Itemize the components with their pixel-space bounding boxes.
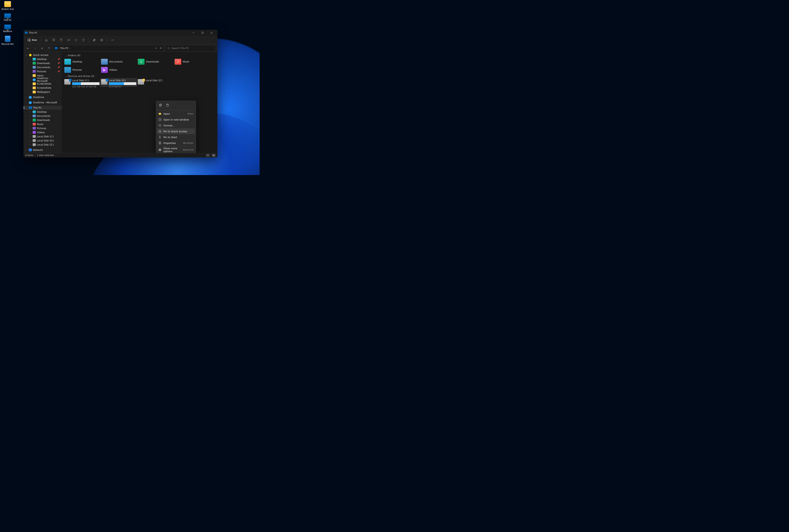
delete-button[interactable] — [80, 37, 87, 43]
chevron-down-icon: ⌄ — [25, 107, 27, 109]
sidebar-item-thispc[interactable]: ›Videos — [24, 130, 62, 134]
sidebar-item-quick-access[interactable]: Screenshots — [24, 86, 62, 90]
addressbar-dropdown[interactable] — [155, 47, 157, 50]
search-input[interactable] — [171, 47, 214, 50]
sidebar-label: Music — [37, 123, 43, 126]
folder-icon — [33, 127, 36, 130]
desktop-icon-this-pc[interactable]: This PC — [1, 14, 15, 21]
sidebar-quick-access[interactable]: ⌄ Quick access — [24, 53, 62, 57]
sidebar-item-quick-access[interactable]: Downloads📌 — [24, 61, 62, 65]
sidebar-item-quick-access[interactable]: Pictures📌 — [24, 69, 62, 74]
paste-button[interactable] — [58, 37, 64, 43]
sidebar-this-pc[interactable]: ⌄ This PC — [24, 106, 62, 110]
folder-label: Downloads — [146, 60, 159, 63]
ctx-item-open[interactable]: OpenEnter — [157, 111, 195, 117]
sidebar-item-thispc[interactable]: ›Music — [24, 122, 62, 126]
ctx-item-pin[interactable]: Pin to Start — [157, 134, 195, 140]
folder-icon — [33, 139, 36, 142]
drive-usage-bar — [72, 82, 99, 85]
folder-item[interactable]: Desktop — [63, 58, 100, 66]
cut-button[interactable] — [43, 37, 49, 43]
refresh-button[interactable]: ⟳ — [160, 47, 162, 50]
close-button[interactable] — [207, 30, 216, 36]
share-button[interactable] — [73, 37, 79, 43]
sidebar-onedrive-microsoft[interactable]: › OneDrive - Microsoft — [24, 100, 62, 104]
drive-item[interactable]: Local Disk (D:)25.4 GB fre — [100, 78, 137, 87]
folder-item[interactable]: Pictures — [63, 66, 100, 74]
drive-icon — [101, 79, 107, 84]
drives-section-header[interactable]: ⌄ Devices and drives (3) — [63, 74, 216, 78]
ctx-shortcut: Enter — [188, 113, 194, 115]
sidebar-label: Desktop — [37, 58, 47, 61]
sidebar-item-thispc[interactable]: ›Local Disk (D:) — [24, 138, 62, 142]
sidebar-label: Local Disk (D:) — [37, 139, 54, 142]
sidebar-item-quick-access[interactable]: Desktop📌 — [24, 57, 62, 61]
ctx-item-props[interactable]: PropertiesAlt+Enter — [157, 140, 195, 146]
searchbox[interactable] — [166, 45, 216, 51]
view-button[interactable] — [99, 37, 105, 43]
folder-icon — [64, 67, 71, 73]
ctx-label: Open — [163, 112, 186, 115]
sidebar-network[interactable]: › Network — [24, 148, 62, 152]
breadcrumb-item[interactable]: This PC — [60, 47, 69, 50]
sort-button[interactable] — [91, 37, 97, 43]
ctx-label: Open in new window — [163, 118, 191, 121]
sidebar-label: Desktop — [37, 111, 47, 113]
pin-icon: 📌 — [57, 70, 60, 73]
folders-section-header[interactable]: ⌄ Folders (6) — [63, 53, 216, 58]
folder-icon — [33, 91, 36, 93]
history-dropdown[interactable] — [39, 45, 45, 51]
sidebar-label: This PC — [33, 107, 42, 109]
sidebar-item-thispc[interactable]: ›Downloads — [24, 118, 62, 122]
ctx-paste-button[interactable] — [165, 102, 170, 108]
forward-button[interactable]: → — [32, 45, 38, 51]
ctx-item-format[interactable]: Format... — [157, 122, 195, 128]
maximize-button[interactable] — [198, 30, 207, 36]
chevron-right-icon: › — [29, 131, 32, 133]
chevron-right-icon: › — [29, 115, 32, 117]
sidebar-item-quick-access[interactable]: OneDrive - Microsoft — [24, 78, 62, 82]
ctx-copy-button[interactable] — [158, 102, 163, 108]
desktop-icon-recycle-bin[interactable]: Recycle Bin — [1, 36, 15, 45]
desktop-icon-user-folder[interactable]: Anduin Xue — [1, 1, 15, 11]
sidebar-item-thispc[interactable]: ›Local Disk (Z:) — [24, 142, 62, 147]
sidebar-item-quick-access[interactable]: Wallpapers — [24, 90, 62, 94]
sidebar-item-quick-access[interactable]: Documents📌 — [24, 65, 62, 69]
copy-button[interactable] — [51, 37, 57, 43]
back-button[interactable]: ← — [25, 45, 31, 51]
ctx-item-star[interactable]: Pin to Quick access — [157, 128, 195, 134]
sidebar-onedrive[interactable]: › OneDrive — [24, 95, 62, 99]
chevron-right-icon: › — [29, 123, 32, 125]
more-button[interactable] — [109, 37, 115, 43]
drive-item[interactable]: Local Disk (C:)225 GB free of 329 GB — [63, 78, 100, 87]
desktop-icon-network[interactable]: Network — [1, 25, 15, 33]
up-button[interactable]: ↑ — [46, 45, 52, 51]
folder-icon — [33, 144, 36, 146]
folder-icon — [33, 58, 36, 61]
sidebar-item-thispc[interactable]: ›Local Disk (C:) — [24, 134, 62, 138]
addressbar[interactable]: › This PC › ⟳ — [53, 45, 163, 51]
sidebar-item-quick-access[interactable]: Screenshots — [24, 82, 62, 86]
details-view-button[interactable] — [206, 154, 210, 157]
folder-item[interactable]: Music — [174, 58, 210, 66]
ctx-item-newwin[interactable]: Open in new window — [157, 117, 195, 122]
folder-icon — [33, 135, 36, 138]
new-button[interactable]: New — [26, 38, 38, 42]
sidebar-label: Quick access — [33, 54, 48, 56]
titlebar[interactable]: This PC — [24, 30, 217, 36]
tiles-view-button[interactable] — [212, 154, 216, 157]
folder-item[interactable]: Videos — [100, 66, 137, 74]
sidebar-item-thispc[interactable]: ›Pictures — [24, 126, 62, 130]
folder-item[interactable]: Documents — [100, 58, 137, 66]
chevron-right-icon: › — [29, 127, 32, 129]
svg-point-15 — [111, 40, 112, 40]
sidebar-item-thispc[interactable]: ›Desktop — [24, 110, 62, 114]
sidebar-item-thispc[interactable]: ›Documents — [24, 114, 62, 118]
folder-item[interactable]: Downloads — [137, 58, 174, 66]
drive-item[interactable]: Local Disk (Z:) — [137, 78, 174, 87]
rename-button[interactable] — [66, 37, 72, 43]
svg-point-16 — [112, 40, 113, 40]
ctx-show-more-options[interactable]: Show more options Shift+F10 — [157, 147, 195, 153]
minimize-button[interactable] — [189, 30, 198, 36]
divider — [157, 146, 195, 147]
